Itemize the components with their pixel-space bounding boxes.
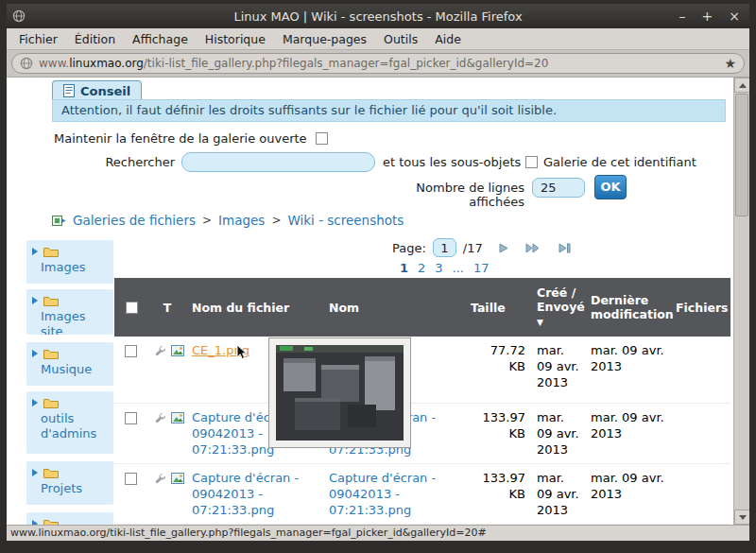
row-checkbox[interactable] [125,412,137,424]
window-icon [12,9,26,23]
table-header: T Nom du fichier Nom Taille Créé / Envoy… [114,278,730,337]
wrench-icon[interactable] [154,345,166,357]
last-page-button[interactable] [558,242,571,254]
expand-arrow-icon[interactable] [32,248,38,255]
url-path: /tiki-list_file_gallery.php?filegals_man… [144,57,549,70]
table-row: Capture d'écran - 09042013 - 07:21:33.pn… [114,404,730,464]
search-input[interactable] [181,152,375,172]
column-header-filename[interactable]: Nom du fichier [186,278,323,337]
page-total: /17 [463,241,483,255]
column-header-size[interactable]: Taille [465,278,531,337]
expand-arrow-icon[interactable] [32,469,38,476]
page-label: Page: [392,241,426,255]
breadcrumb-separator: > [202,214,212,227]
file-link[interactable]: Capture d'écran - 09042013 - 07:21:33.pn… [192,471,299,517]
scroll-up-button[interactable] [734,78,749,93]
subobjects-checkbox[interactable] [525,156,538,168]
page-number-links: 1 2 3 ... 17 [400,261,490,275]
sidebar-item-label[interactable]: outils d'admins [32,408,109,441]
menu-aide[interactable]: Aide [426,32,470,46]
sidebar-item-musique[interactable]: Musique [26,342,113,386]
folder-icon [43,295,59,306]
file-size-cell: 133.97 KB [465,404,531,463]
page-number-input[interactable] [433,238,456,257]
menu-affichage[interactable]: Affichage [124,32,197,46]
file-modified-cell: mar. 09 avr. 2013 [585,337,670,403]
folder-icon [43,246,59,257]
url-bar[interactable]: www.linuxmao.org/tiki-list_file_gallery.… [11,53,745,74]
file-created-cell: mar. 09 avr. 2013 [531,464,585,524]
page-link-1[interactable]: 1 [400,261,408,275]
folder-icon [43,467,59,478]
rows-per-page-label: Nombre de lignes affichées [364,181,524,209]
sidebar-item-label[interactable]: Images site [32,306,109,335]
pagination-controls: Page: /17 [392,238,571,257]
table-row: CE_1.png 77.72 KB mar. 09 avr. 2013 mar.… [114,337,730,404]
expand-arrow-icon[interactable] [32,399,38,406]
bookmark-star-icon[interactable]: ★ [724,57,736,70]
menu-outils[interactable]: Outils [375,32,426,46]
sidebar-item-label[interactable]: Musique [32,359,109,377]
file-created-cell: mar. 09 avr. 2013 [531,404,585,463]
window-title: Linux MAO | Wiki - screenshots - Mozilla… [7,9,749,24]
menu-marque-pages[interactable]: Marque-pages [274,32,375,46]
keep-open-checkbox[interactable] [316,132,328,145]
file-files-cell [670,464,730,524]
close-button[interactable]: × [729,9,740,24]
expand-arrow-icon[interactable] [32,520,38,526]
navigation-bar: www.linuxmao.org/tiki-list_file_gallery.… [7,50,749,78]
column-header-type[interactable]: T [148,278,186,337]
page-link-17[interactable]: 17 [473,261,490,275]
keep-open-label: Maintenir la fenêtre de la galerie ouver… [54,131,307,146]
file-name-link[interactable]: Capture d'écran - 09042013 - 07:21:33.pn… [329,471,436,517]
column-header-files[interactable]: Fichiers [670,278,730,337]
scrollbar-thumb[interactable] [735,94,748,216]
minimize-button[interactable]: – [679,9,686,24]
ok-button[interactable]: OK [594,175,627,199]
image-file-icon [171,412,184,423]
sidebar-item-partial[interactable] [26,512,113,525]
table-row: Capture d'écran - 09042013 - 07:21:33.pn… [114,464,730,525]
url-text: www.linuxmao.org/tiki-list_file_gallery.… [39,57,718,70]
sidebar-item-label[interactable]: Images [32,257,109,275]
conseil-tab[interactable]: Conseil [52,80,142,100]
menu-fichier[interactable]: Fichier [10,32,66,46]
column-header-name[interactable]: Nom [323,278,465,337]
breadcrumb-root-link[interactable]: Galeries de fichiers [73,213,196,228]
folder-icon [43,348,59,359]
wrench-icon[interactable] [154,473,166,485]
sidebar-item-images[interactable]: Images [26,240,113,284]
mouse-cursor-icon [236,344,248,365]
column-header-modified[interactable]: Dernière modification [585,278,670,337]
breadcrumb-current-link[interactable]: Wiki - screenshots [287,213,404,228]
row-checkbox[interactable] [125,473,137,485]
url-domain: linuxmao.org [69,57,144,70]
created-header-label: Créé / Envoyé [537,285,585,314]
sidebar-item-outils-admins[interactable]: outils d'admins [26,391,113,454]
column-header-created[interactable]: Créé / Envoyé ▼ [531,278,585,337]
page-link-3[interactable]: 3 [435,261,442,275]
rows-per-page-input[interactable] [532,178,585,198]
preview-thumbnail [276,345,404,441]
menu-edition[interactable]: Édition [66,32,124,46]
folder-icon [43,397,59,408]
select-all-checkbox[interactable] [126,302,138,314]
sidebar-item-label[interactable]: Projets [32,478,109,496]
expand-arrow-icon[interactable] [32,350,38,357]
fast-forward-button[interactable] [525,242,540,254]
menu-historique[interactable]: Historique [197,32,274,46]
sidebar-item-images-site[interactable]: Images site [26,289,113,335]
breadcrumb-images-link[interactable]: Images [218,213,265,228]
row-checkbox[interactable] [125,345,137,357]
next-page-button[interactable] [497,242,509,254]
page-link-2[interactable]: 2 [418,261,425,275]
scroll-down-button[interactable] [734,510,749,525]
gallery-identifier-label: Galerie de cet identifiant [543,155,696,169]
wrench-icon[interactable] [154,412,166,424]
preview-tooltip [268,337,411,448]
expand-arrow-icon[interactable] [32,297,38,304]
sidebar-item-projets[interactable]: Projets [26,461,113,505]
image-file-icon [171,345,184,356]
maximize-button[interactable]: + [702,9,713,24]
vertical-scrollbar[interactable] [733,78,749,525]
